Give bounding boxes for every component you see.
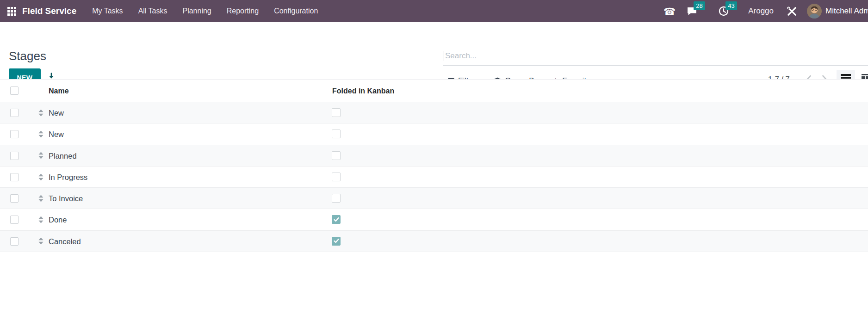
table-header-row: Name Folded in Kanban — [0, 80, 868, 102]
drag-handle-icon[interactable] — [38, 173, 43, 180]
table-row[interactable]: New — [0, 123, 868, 145]
folded-checkbox[interactable] — [332, 173, 341, 181]
text-cursor — [444, 51, 444, 61]
folded-checkbox[interactable] — [332, 151, 341, 160]
activities-button[interactable]: 43 — [719, 6, 729, 16]
menu-my-tasks[interactable]: My Tasks — [92, 7, 123, 15]
main-menu: My Tasks All Tasks Planning Reporting Co… — [92, 7, 318, 15]
stage-name[interactable]: In Progress — [49, 167, 87, 188]
app-name[interactable]: Field Service — [22, 6, 76, 16]
table-row[interactable]: Done — [0, 209, 868, 230]
voip-phone-icon[interactable]: ☎ — [663, 6, 676, 16]
control-panel: Stages Search... NEW Filters Group — [0, 22, 868, 79]
stage-name[interactable]: New — [49, 102, 64, 123]
menu-planning[interactable]: Planning — [182, 7, 211, 15]
stage-name[interactable]: Canceled — [49, 231, 81, 252]
menu-all-tasks[interactable]: All Tasks — [138, 7, 167, 15]
activities-count-badge: 43 — [725, 1, 737, 10]
search-placeholder: Search... — [445, 51, 477, 61]
company-switcher[interactable]: Aroggo — [748, 6, 774, 16]
apps-grid-icon[interactable] — [7, 7, 16, 16]
table-row[interactable]: To Invoice — [0, 188, 868, 209]
stage-name[interactable]: Planned — [49, 145, 77, 167]
tools-wrench-icon — [787, 6, 797, 17]
drag-handle-icon[interactable] — [38, 152, 43, 159]
stage-name[interactable]: Done — [49, 209, 67, 230]
table-row[interactable]: Canceled — [0, 231, 868, 252]
table-row[interactable]: New — [0, 102, 868, 123]
drag-handle-icon[interactable] — [38, 195, 43, 202]
table-body: New New Planned In Prog — [0, 102, 868, 252]
row-select-checkbox[interactable] — [10, 130, 19, 138]
menu-reporting[interactable]: Reporting — [227, 7, 259, 15]
list-view-icon — [841, 74, 851, 76]
table-row[interactable]: Planned — [0, 145, 868, 167]
drag-handle-icon[interactable] — [38, 130, 43, 137]
messages-button[interactable]: 28 — [687, 6, 697, 16]
column-header-folded-in-kanban[interactable]: Folded in Kanban — [332, 80, 394, 102]
folded-checkbox[interactable] — [332, 194, 341, 203]
stage-name[interactable]: To Invoice — [49, 188, 83, 209]
folded-checkbox[interactable] — [332, 237, 341, 246]
page-title: Stages — [9, 49, 46, 63]
user-avatar[interactable] — [807, 4, 822, 19]
stages-list-view: Name Folded in Kanban New New — [0, 79, 868, 252]
messages-count-badge: 28 — [694, 1, 705, 10]
row-select-checkbox[interactable] — [10, 109, 19, 117]
navbar-systray: ☎ 28 43 Aroggo — [663, 0, 868, 22]
folded-checkbox[interactable] — [332, 130, 341, 138]
drag-handle-icon[interactable] — [38, 238, 43, 245]
table-row[interactable]: In Progress — [0, 167, 868, 188]
row-select-checkbox[interactable] — [10, 194, 19, 203]
stage-name[interactable]: New — [49, 123, 64, 145]
debug-tools-button[interactable] — [787, 6, 797, 17]
row-select-checkbox[interactable] — [10, 237, 19, 246]
user-name[interactable]: Mitchell Adm — [825, 6, 868, 16]
row-select-checkbox[interactable] — [10, 152, 19, 160]
drag-handle-icon[interactable] — [38, 216, 43, 223]
row-select-checkbox[interactable] — [10, 173, 19, 181]
avatar-image — [807, 4, 822, 19]
folded-checkbox[interactable] — [332, 215, 341, 224]
select-all-checkbox[interactable] — [10, 86, 19, 95]
menu-configuration[interactable]: Configuration — [274, 7, 318, 15]
search-input[interactable]: Search... — [443, 47, 868, 66]
folded-checkbox[interactable] — [332, 108, 341, 117]
top-navbar: Field Service My Tasks All Tasks Plannin… — [0, 0, 868, 22]
row-select-checkbox[interactable] — [10, 216, 19, 224]
drag-handle-icon[interactable] — [38, 109, 43, 116]
column-header-name[interactable]: Name — [49, 80, 69, 102]
